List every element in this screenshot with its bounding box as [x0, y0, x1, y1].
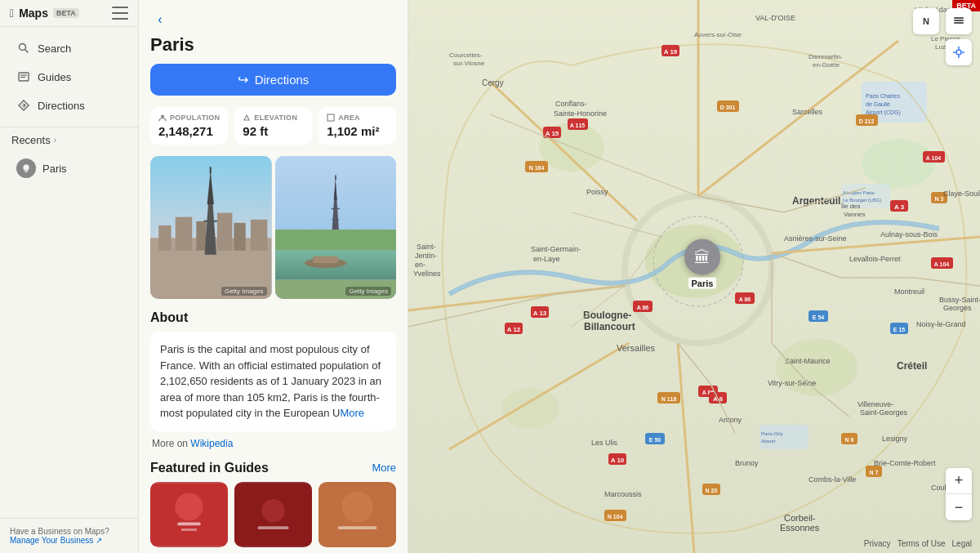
- recents-section[interactable]: Recents ›: [0, 127, 138, 153]
- legal-link[interactable]: Legal: [952, 539, 972, 548]
- svg-text:en-Laye: en-Laye: [533, 255, 560, 263]
- svg-text:Brunoy: Brunoy: [735, 459, 759, 467]
- privacy-link[interactable]: Privacy: [864, 539, 891, 548]
- svg-text:en-: en-: [415, 261, 425, 269]
- photo-item-1[interactable]: Getty Images: [150, 156, 272, 299]
- svg-rect-31: [313, 256, 338, 263]
- map-location-button[interactable]: [946, 39, 972, 65]
- svg-rect-14: [234, 223, 245, 251]
- svg-rect-10: [158, 225, 171, 251]
- featured-section: Featured in Guides More: [139, 461, 408, 554]
- photo-item-2[interactable]: Getty Images: [275, 156, 397, 299]
- svg-text:N 7: N 7: [870, 470, 879, 475]
- svg-text:Brie-Comte-Robert: Brie-Comte-Robert: [874, 459, 936, 467]
- sidebar-header:  Maps BETA: [0, 0, 138, 27]
- guide-card-1[interactable]: [150, 482, 228, 547]
- svg-point-40: [342, 491, 373, 522]
- svg-text:A 86: A 86: [739, 297, 751, 302]
- svg-text:Cergy: Cergy: [482, 78, 504, 87]
- svg-point-6: [161, 115, 164, 118]
- svg-text:Montreuil: Montreuil: [894, 288, 924, 296]
- sidebar-footer: Have a Business on Maps? Manage Your Bus…: [0, 518, 138, 553]
- svg-text:Vitry-sur-Seine: Vitry-sur-Seine: [768, 379, 816, 387]
- sidebar-item-search[interactable]: Search: [5, 34, 133, 62]
- map-layers-button[interactable]: [946, 8, 972, 34]
- svg-point-46: [502, 388, 559, 429]
- wikipedia-prefix: More on: [152, 438, 190, 449]
- svg-text:Saint-Maurice: Saint-Maurice: [785, 357, 831, 365]
- svg-text:N 3: N 3: [935, 196, 944, 202]
- svg-rect-34: [177, 522, 201, 525]
- map-container[interactable]: BETA Paris Charles de Gaulle Airport (CD…: [408, 0, 980, 553]
- guide-card-2[interactable]: [234, 482, 312, 547]
- featured-more-link[interactable]: More: [372, 462, 396, 474]
- svg-text:Île des: Île des: [840, 203, 861, 210]
- elevation-stat: ELEVATION 92 ft: [234, 107, 312, 145]
- svg-text:N 20: N 20: [706, 488, 718, 493]
- featured-header: Featured in Guides More: [150, 461, 396, 475]
- svg-point-45: [776, 339, 858, 396]
- elevation-label: ELEVATION: [243, 114, 304, 122]
- business-prompt: Have a Business on Maps?: [10, 527, 128, 536]
- wikipedia-section: More on Wikipedia: [150, 438, 396, 449]
- svg-rect-15: [251, 220, 267, 251]
- sidebar-item-guides[interactable]: Guides: [5, 63, 133, 91]
- map-zoom-controls: + −: [946, 468, 972, 520]
- detail-panel: ‹ Paris ↪ Directions POPULATION 2,148,27…: [139, 0, 408, 553]
- svg-text:Poissy: Poissy: [586, 188, 608, 196]
- recent-item-paris[interactable]: Paris: [5, 154, 133, 183]
- svg-text:Jentin-: Jentin-: [415, 252, 437, 260]
- sidebar-toggle-button[interactable]: [112, 7, 128, 20]
- svg-text:A 104: A 104: [926, 155, 942, 161]
- svg-rect-41: [338, 526, 377, 529]
- wikipedia-link[interactable]: Wikipedia: [190, 438, 233, 449]
- marker-label: Paris: [688, 278, 717, 289]
- directions-btn-label: Directions: [255, 73, 310, 87]
- svg-line-1: [25, 50, 28, 52]
- paris-map-marker[interactable]: 🏛 Paris: [684, 239, 720, 289]
- population-value: 2,148,271: [158, 124, 220, 138]
- about-text-box: Paris is the capital and most populous c…: [150, 332, 396, 431]
- guide-card-3[interactable]: [318, 482, 396, 547]
- zoom-out-button[interactable]: −: [946, 494, 972, 520]
- svg-point-186: [956, 50, 961, 55]
- svg-text:Saint-: Saint-: [416, 243, 436, 251]
- svg-text:Conflans-: Conflans-: [555, 100, 587, 108]
- svg-rect-29: [335, 175, 336, 180]
- population-label: POPULATION: [158, 114, 220, 122]
- svg-text:A 86: A 86: [637, 305, 649, 310]
- terms-link[interactable]: Terms of Use: [898, 539, 946, 548]
- svg-rect-7: [327, 114, 334, 121]
- svg-text:Courcelles-: Courcelles-: [449, 51, 483, 59]
- svg-text:N 184: N 184: [529, 165, 545, 171]
- manage-business-link[interactable]: Manage Your Business ↗: [10, 536, 102, 545]
- about-more-link[interactable]: More: [340, 407, 364, 419]
- svg-text:E 15: E 15: [893, 327, 906, 332]
- zoom-in-button[interactable]: +: [946, 468, 972, 494]
- sidebar-item-directions[interactable]: Directions: [5, 91, 133, 119]
- svg-text:Villeneuve-: Villeneuve-: [858, 400, 893, 408]
- map-controls: [946, 8, 972, 65]
- place-title: Paris: [139, 34, 408, 64]
- svg-text:Auvers-sur-Oise: Auvers-sur-Oise: [694, 31, 742, 38]
- svg-text:Levallois-Perret: Levallois-Perret: [849, 255, 901, 263]
- detail-header: ‹: [139, 0, 408, 34]
- svg-text:de Gaulle: de Gaulle: [866, 101, 890, 107]
- svg-text:Versailles: Versailles: [617, 343, 656, 353]
- svg-text:Claye-Souilly: Claye-Souilly: [943, 190, 980, 198]
- directions-icon: [16, 98, 31, 113]
- directions-button[interactable]: ↪ Directions: [150, 64, 396, 96]
- back-button[interactable]: ‹: [150, 10, 170, 29]
- sidebar-nav: Search Guides Directions: [0, 27, 138, 127]
- recent-place-label: Paris: [42, 163, 67, 175]
- svg-text:A 3: A 3: [894, 203, 905, 211]
- photo-1-credit: Getty Images: [221, 287, 267, 296]
- beta-badge: BETA: [53, 8, 79, 18]
- svg-rect-22: [275, 230, 397, 251]
- search-icon: [16, 41, 31, 56]
- photo-2-credit: Getty Images: [345, 287, 391, 296]
- svg-text:Airport: Airport: [761, 439, 776, 444]
- search-label: Search: [38, 42, 71, 55]
- north-indicator[interactable]: N: [913, 8, 939, 34]
- svg-text:sur-Viosne: sur-Viosne: [453, 60, 485, 67]
